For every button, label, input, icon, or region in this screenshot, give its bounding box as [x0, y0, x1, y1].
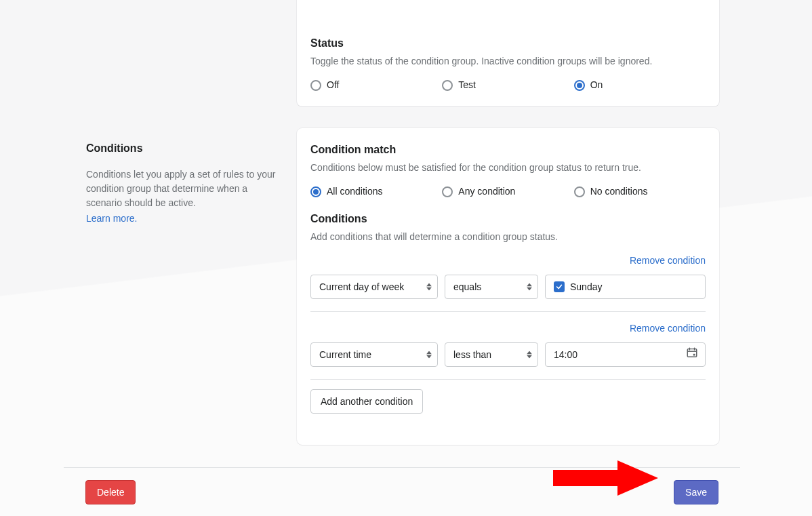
match-option-all[interactable]: All conditions [310, 184, 442, 199]
radio-icon [574, 186, 585, 197]
chevron-updown-icon [527, 283, 532, 291]
condition-field-select[interactable]: Current day of week [310, 275, 438, 299]
match-title: Condition match [310, 142, 706, 158]
match-option-none[interactable]: No conditions [574, 184, 706, 199]
status-radio-group: Off Test On [310, 78, 706, 92]
status-desc: Toggle the status of the condition group… [310, 54, 706, 68]
chevron-updown-icon [426, 351, 432, 359]
status-option-test[interactable]: Test [442, 78, 573, 92]
svg-rect-0 [687, 349, 697, 357]
add-condition-button[interactable]: Add another condition [310, 389, 423, 414]
radio-icon [310, 186, 321, 197]
svg-rect-4 [693, 354, 695, 356]
condition-operator-select[interactable]: less than [445, 342, 538, 367]
conditions-card: Condition match Conditions below must be… [297, 128, 719, 445]
sidebar-desc: Conditions let you apply a set of rules … [86, 167, 276, 210]
condition-row: Current time less than 14:00 [310, 342, 706, 367]
radio-icon [310, 80, 321, 91]
conditions-sidebar: Conditions Conditions let you apply a se… [86, 140, 276, 226]
checkbox-checked-icon [554, 281, 565, 292]
match-option-label: All conditions [327, 184, 383, 199]
delete-button[interactable]: Delete [85, 480, 136, 504]
learn-more-link[interactable]: Learn more. [86, 213, 137, 224]
radio-icon [442, 80, 453, 91]
status-card: Status Toggle the status of the conditio… [297, 0, 719, 106]
status-option-off[interactable]: Off [310, 78, 442, 92]
select-value: less than [453, 348, 491, 362]
select-value: Current day of week [319, 280, 404, 294]
match-radio-group: All conditions Any condition No conditio… [310, 184, 706, 199]
save-button[interactable]: Save [674, 480, 718, 504]
remove-condition-link[interactable]: Remove condition [630, 323, 706, 334]
status-option-label: On [590, 78, 603, 92]
condition-operator-select[interactable]: equals [445, 275, 538, 299]
chevron-updown-icon [527, 351, 532, 359]
status-option-label: Test [458, 78, 476, 92]
match-option-any[interactable]: Any condition [442, 184, 573, 199]
condition-field-select[interactable]: Current time [310, 342, 438, 367]
status-title: Status [310, 35, 706, 52]
remove-condition-link[interactable]: Remove condition [630, 255, 706, 266]
conditions-subtitle: Conditions [310, 211, 706, 227]
match-desc: Conditions below must be satisfied for t… [310, 161, 706, 175]
match-option-label: No conditions [590, 184, 648, 199]
condition-value-text: Sunday [570, 280, 602, 294]
select-value: Current time [319, 348, 371, 362]
radio-icon [574, 80, 585, 91]
page-footer: Delete Save [64, 467, 740, 516]
conditions-desc: Add conditions that will determine a con… [310, 230, 706, 244]
condition-value-text: 14:00 [554, 348, 577, 362]
sidebar-title: Conditions [86, 140, 276, 157]
match-option-label: Any condition [458, 184, 515, 199]
condition-value-input[interactable]: Sunday [545, 275, 706, 299]
calendar-icon [686, 346, 698, 363]
status-option-on[interactable]: On [574, 78, 706, 92]
select-value: equals [453, 280, 481, 294]
radio-icon [442, 186, 453, 197]
divider [310, 311, 706, 312]
status-option-label: Off [327, 78, 339, 92]
chevron-updown-icon [426, 283, 432, 291]
divider [310, 379, 706, 380]
condition-row: Current day of week equals [310, 275, 706, 299]
condition-value-input[interactable]: 14:00 [545, 342, 706, 367]
